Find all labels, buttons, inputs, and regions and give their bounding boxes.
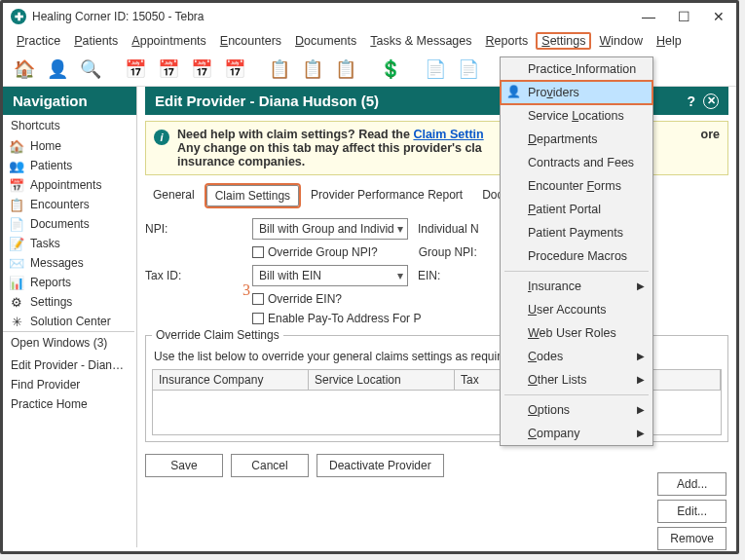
settings-menu-options[interactable]: Options▶ xyxy=(501,398,652,422)
settings-menu-patient-portal[interactable]: Patient Portal xyxy=(501,198,652,221)
minimize-button[interactable]: — xyxy=(639,9,658,24)
sidebar-item-settings[interactable]: ⚙Settings xyxy=(3,292,134,312)
ein-label: EIN: xyxy=(418,269,440,282)
add-encounter-icon[interactable]: 📋 xyxy=(299,56,326,83)
sidebar-item-solution-center[interactable]: ✳Solution Center xyxy=(3,312,134,331)
settings-menu-codes[interactable]: Codes▶ xyxy=(501,345,652,368)
document-icon[interactable]: 📄 xyxy=(422,56,449,83)
col-insurance[interactable]: Insurance Company xyxy=(153,370,309,390)
notice-lead: Need help with claim settings? Read the xyxy=(177,128,413,141)
menu-help[interactable]: Help xyxy=(651,32,688,50)
add-patient-icon[interactable]: 👤 xyxy=(44,56,71,83)
menu-practice[interactable]: Practice xyxy=(11,32,66,50)
sidebar-item-documents[interactable]: 📄Documents xyxy=(3,214,134,234)
menu-bar: PracticePatientsAppointmentsEncountersDo… xyxy=(3,30,736,52)
shortcut-list[interactable]: 🏠Home👥Patients📅Appointments📋Encounters📄D… xyxy=(3,136,134,332)
submenu-arrow-icon: ▶ xyxy=(637,280,645,291)
sidebar-item-encounters[interactable]: 📋Encounters xyxy=(3,195,134,214)
calendar-icon[interactable]: 📅 xyxy=(122,56,149,83)
open-window-item[interactable]: Practice Home xyxy=(3,394,136,414)
payment-icon[interactable]: 💲 xyxy=(377,56,404,83)
claim-settings-link[interactable]: Claim Settin xyxy=(413,128,483,141)
recurring-appt-icon[interactable]: 📅 xyxy=(188,56,215,83)
annotation-3: 3 xyxy=(242,281,250,299)
open-window-item[interactable]: Edit Provider - Diana ... xyxy=(3,355,136,375)
enable-payto-checkbox[interactable]: Enable Pay-To Address For P xyxy=(252,312,421,325)
app-icon: ✚ xyxy=(11,9,26,24)
submenu-arrow-icon: ▶ xyxy=(637,351,645,361)
window-title: Healing Corner ID: 15050 - Tebra xyxy=(32,10,639,23)
taxid-label: Tax ID: xyxy=(145,269,242,282)
nav-header: Navigation xyxy=(3,87,136,115)
shortcuts-label: Shortcuts xyxy=(3,115,136,136)
settings-menu-encounter-forms[interactable]: Encounter Forms xyxy=(501,174,652,198)
settings-menu-service-locations[interactable]: Service Locations xyxy=(501,104,652,128)
menu-item-icon: 👤 xyxy=(506,85,521,98)
submenu-arrow-icon: ▶ xyxy=(637,404,645,415)
open-window-item[interactable]: Find Provider xyxy=(3,375,136,394)
settings-menu-providers[interactable]: 👤Providers xyxy=(501,81,652,104)
tab-provider-performance-report[interactable]: Provider Performance Report xyxy=(303,185,470,206)
schedule-icon[interactable]: 📅 xyxy=(221,56,248,83)
menu-window[interactable]: Window xyxy=(593,32,648,50)
sidebar-item-home[interactable]: 🏠Home xyxy=(3,136,134,156)
shortcut-icon: 👥 xyxy=(9,158,24,173)
sidebar-item-reports[interactable]: 📊Reports xyxy=(3,273,134,292)
settings-menu-company[interactable]: Company▶ xyxy=(501,422,652,445)
panel-close-icon[interactable]: ✕ xyxy=(703,93,719,109)
shortcut-icon: 📅 xyxy=(9,177,24,193)
close-button[interactable]: ✕ xyxy=(709,9,728,24)
menu-documents[interactable]: Documents xyxy=(289,32,362,50)
find-encounter-icon[interactable]: 📋 xyxy=(332,56,359,83)
menu-patients[interactable]: Patients xyxy=(68,32,124,50)
shortcut-icon: 🏠 xyxy=(9,138,24,154)
menu-encounters[interactable]: Encounters xyxy=(214,32,287,50)
settings-menu-procedure-macros[interactable]: Procedure Macros xyxy=(501,244,652,268)
override-group-npi-checkbox[interactable]: Override Group NPI? xyxy=(252,245,378,259)
tab-claim-settings[interactable]: Claim Settings xyxy=(206,185,299,206)
info-icon: i xyxy=(154,130,169,145)
notice-line3: insurance companies. xyxy=(177,155,305,168)
learn-more-text: ore xyxy=(701,128,720,141)
settings-menu-insurance[interactable]: Insurance▶ xyxy=(501,275,652,298)
save-button[interactable]: Save xyxy=(145,454,223,477)
settings-menu-user-accounts[interactable]: User Accounts xyxy=(501,298,652,321)
settings-menu-departments[interactable]: Departments xyxy=(501,128,652,151)
menu-settings[interactable]: Settings xyxy=(536,32,591,50)
taxid-select[interactable]: Bill with EIN xyxy=(252,265,408,286)
menu-tasks-messages[interactable]: Tasks & Messages xyxy=(364,32,477,50)
add-appt-icon[interactable]: 📅 xyxy=(155,56,182,83)
open-windows-list: Edit Provider - Diana ...Find ProviderPr… xyxy=(3,354,136,416)
sidebar-item-appointments[interactable]: 📅Appointments xyxy=(3,175,134,195)
settings-menu-web-user-roles[interactable]: Web User Roles xyxy=(501,321,652,345)
settings-menu-contracts-and-fees[interactable]: Contracts and Fees xyxy=(501,151,652,174)
individual-npi-label: Individual N xyxy=(418,222,479,236)
settings-menu-practice-information[interactable]: Practice Information xyxy=(501,57,652,81)
bottom-buttons: Save Cancel Deactivate Provider xyxy=(145,454,728,477)
cancel-button[interactable]: Cancel xyxy=(231,454,309,477)
edit-button[interactable]: Edit... xyxy=(657,500,726,523)
settings-menu-other-lists[interactable]: Other Lists▶ xyxy=(501,368,652,392)
navigation-panel: Navigation Shortcuts 🏠Home👥Patients📅Appo… xyxy=(3,87,137,547)
shortcut-icon: 📊 xyxy=(9,275,24,290)
remove-button[interactable]: Remove xyxy=(657,527,726,550)
settings-menu-patient-payments[interactable]: Patient Payments xyxy=(501,221,652,244)
sidebar-item-patients[interactable]: 👥Patients xyxy=(3,156,134,175)
add-document-icon[interactable]: 📄 xyxy=(455,56,482,83)
add-button[interactable]: Add... xyxy=(657,472,726,496)
help-icon[interactable]: ? xyxy=(687,93,695,109)
home-icon[interactable]: 🏠 xyxy=(11,56,38,83)
col-service-location[interactable]: Service Location xyxy=(309,370,455,390)
npi-select[interactable]: Bill with Group and Individ xyxy=(252,218,408,240)
tab-general[interactable]: General xyxy=(145,185,203,206)
shortcut-icon: 📄 xyxy=(9,216,24,232)
maximize-button[interactable]: ☐ xyxy=(674,9,693,24)
deactivate-provider-button[interactable]: Deactivate Provider xyxy=(317,454,444,477)
sidebar-item-tasks[interactable]: 📝Tasks xyxy=(3,234,134,253)
sidebar-item-messages[interactable]: ✉️Messages xyxy=(3,253,134,273)
override-ein-checkbox[interactable]: Override EIN? xyxy=(252,292,342,306)
menu-reports[interactable]: Reports xyxy=(480,32,535,50)
menu-appointments[interactable]: Appointments xyxy=(126,32,211,50)
new-encounter-icon[interactable]: 📋 xyxy=(266,56,293,83)
find-patient-icon[interactable]: 🔍 xyxy=(77,56,104,83)
